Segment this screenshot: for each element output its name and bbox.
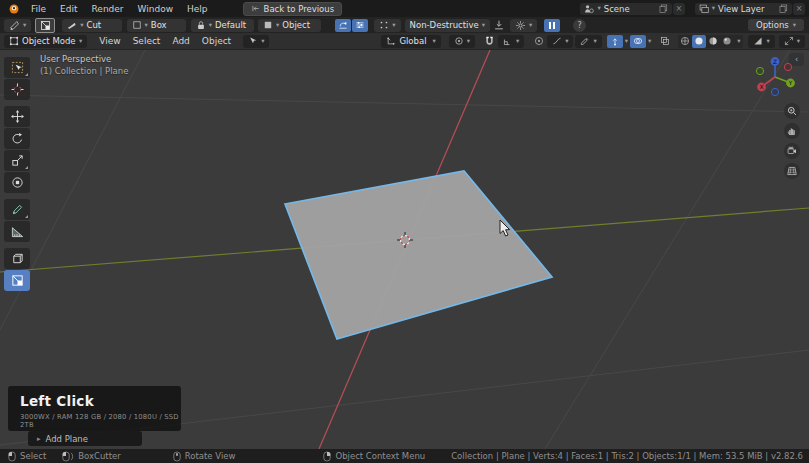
shading-dropdown[interactable]: ▾ (737, 38, 740, 45)
tool-select-box[interactable] (4, 57, 30, 78)
gear-icon (515, 20, 526, 31)
falloff-dropdown[interactable]: ▾ (547, 35, 573, 48)
operator-panel[interactable]: ▸ Add Plane (28, 431, 142, 446)
live-recut-icon (338, 20, 348, 30)
gizmo-neg-x-axis[interactable] (784, 63, 791, 70)
mouse-left-icon (8, 451, 16, 462)
menu-object[interactable]: Object (196, 36, 237, 46)
behavior-dropdown[interactable]: Non-Destructive ▾ (405, 19, 490, 32)
menu-window[interactable]: Window (131, 4, 181, 14)
transform-orientation-dropdown[interactable]: Global ▾ (381, 35, 440, 48)
mouse-left-drag-icon (62, 451, 74, 462)
menu-help[interactable]: Help (180, 4, 215, 14)
addon-extra-dropdown[interactable]: ▾ (779, 35, 805, 48)
screencast-overlay: Left Click 3000WX / RAM 128 GB / 2080 / … (8, 386, 181, 431)
menu-view[interactable]: View (93, 36, 126, 46)
shading-extra-dropdown[interactable]: ▾ (748, 35, 774, 48)
tool-cursor[interactable] (4, 79, 30, 100)
mode-selector[interactable]: Object Mode ▾ (4, 35, 87, 48)
menu-edit[interactable]: Edit (53, 4, 84, 14)
tool-scale[interactable] (4, 150, 30, 171)
camera-view-button[interactable] (784, 143, 800, 159)
screencast-title: Left Click (20, 393, 181, 409)
shading-material-button[interactable] (706, 35, 720, 48)
status-rotate-view-hint: Rotate View (173, 451, 236, 462)
view-layer-icon (699, 4, 709, 14)
blender-window: File Edit Render Window Help Back to Pre… (0, 0, 809, 463)
snap-with-dropdown[interactable]: ▾ (498, 35, 524, 48)
arrows-icon (784, 36, 794, 46)
unlink-scene-button[interactable]: × (673, 3, 685, 15)
pause-icon (549, 22, 555, 29)
settings-gear-dropdown[interactable]: ▾ (510, 19, 537, 32)
gizmo-dropdown[interactable]: ▾ (625, 38, 628, 45)
overlays-toggle[interactable] (630, 35, 646, 48)
operation-dropdown[interactable]: ▾ Default (191, 19, 254, 32)
snap-options-dropdown[interactable]: ▾ (374, 19, 400, 32)
menu-select[interactable]: Select (127, 36, 167, 46)
xray-toggle[interactable] (657, 35, 673, 48)
tool-add-primitive[interactable] (4, 248, 30, 269)
tool-header-dropdown[interactable]: ▾ (243, 35, 269, 48)
surface-dropdown[interactable]: ▾ Object (258, 19, 321, 32)
gizmo-toggle[interactable] (607, 35, 623, 48)
blender-logo-icon[interactable] (8, 3, 20, 15)
overlays-dropdown[interactable]: ▾ (648, 38, 651, 45)
live-toggle[interactable] (335, 19, 351, 32)
gizmo-neg-z-axis[interactable] (771, 88, 778, 95)
scene-selector[interactable]: ▾ Scene (580, 3, 671, 15)
shape-dropdown[interactable]: ▾ Box (127, 19, 186, 32)
shading-solid-button[interactable] (692, 35, 706, 48)
tool-fallback-dropdown[interactable]: ▾ (4, 19, 31, 32)
back-to-previous-button[interactable]: Back to Previous (243, 2, 343, 16)
menu-render[interactable]: Render (85, 4, 131, 14)
perspective-toggle-button[interactable] (784, 163, 800, 179)
magnet-icon (484, 36, 495, 47)
surface-icon (263, 20, 273, 30)
sort-sliders-icon (355, 20, 365, 30)
navigation-gizmo[interactable]: Z Y X (753, 52, 799, 98)
menu-add[interactable]: Add (166, 36, 195, 46)
proportional-editing-toggle[interactable] (532, 35, 545, 48)
pause-toggle[interactable] (544, 19, 560, 32)
shading-rendered-button[interactable] (720, 35, 734, 48)
active-tool-button[interactable] (35, 18, 55, 33)
gizmo-neg-y-axis[interactable] (756, 67, 763, 74)
zoom-button[interactable] (784, 103, 800, 119)
snap-toggle[interactable] (483, 35, 496, 48)
apply-to-bottom-button[interactable] (493, 19, 505, 31)
cut-mode-icon (67, 20, 77, 30)
box-shape-icon (132, 20, 142, 30)
tool-boxcutter[interactable] (4, 270, 30, 291)
help-button[interactable]: ? (573, 19, 586, 32)
new-view-layer-icon[interactable] (779, 4, 788, 13)
new-scene-icon[interactable] (659, 4, 668, 13)
options-button[interactable]: Options ▾ (748, 19, 804, 31)
view-layer-selector[interactable]: ▾ View Layer (695, 3, 792, 15)
perspective-grid-icon (787, 166, 797, 176)
shading-mode-group: ▾ (678, 35, 743, 48)
tool-measure[interactable] (4, 221, 30, 242)
modifier-sort-toggle[interactable] (352, 19, 368, 32)
expand-triangle-icon: ▸ (37, 435, 41, 443)
svg-text:Y: Y (788, 79, 793, 86)
pan-button[interactable] (784, 123, 800, 139)
mode-dropdown[interactable]: ▾ Cut (62, 19, 121, 32)
svg-text:X: X (759, 83, 763, 90)
menu-file[interactable]: File (24, 4, 53, 14)
tool-transform[interactable] (4, 172, 30, 193)
pivot-point-dropdown[interactable]: ▾ (449, 35, 475, 48)
tool-move[interactable] (4, 106, 30, 127)
svg-text:Z: Z (773, 58, 777, 65)
shading-wireframe-button[interactable] (678, 35, 692, 48)
tool-rotate[interactable] (4, 128, 30, 149)
half-shade-icon (753, 36, 763, 46)
scene-statistics: Collection | Plane | Verts:4 | Faces:1 |… (451, 451, 803, 461)
to-bottom-icon (493, 19, 505, 31)
topbar: File Edit Render Window Help Back to Pre… (0, 0, 809, 17)
remove-view-layer-button[interactable]: × (793, 3, 805, 15)
tool-settings-bar: ▾ ▾ Cut ▾ Box ▾ Default ▾ Object (0, 17, 809, 33)
status-bar: Select BoxCutter Rotate View Object Cont… (0, 449, 809, 463)
tool-annotate[interactable] (4, 199, 30, 220)
object-type-visibility-dropdown[interactable]: ▾ (575, 35, 601, 48)
